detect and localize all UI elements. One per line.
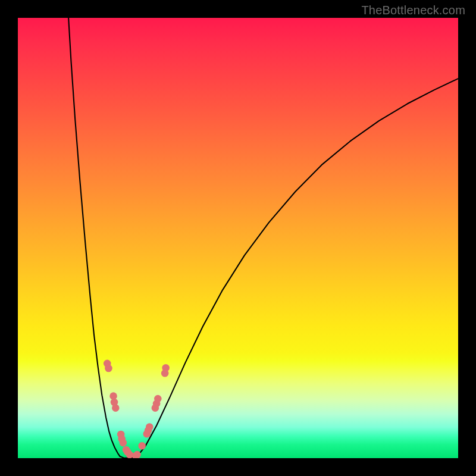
data-dot	[146, 423, 154, 431]
watermark-text: TheBottleneck.com	[361, 4, 465, 17]
data-dot	[112, 404, 120, 412]
data-dot	[154, 395, 162, 403]
plot-area	[18, 18, 458, 458]
data-dot	[138, 442, 146, 450]
data-dot	[105, 365, 112, 372]
data-dot	[133, 451, 141, 458]
curve-layer	[18, 18, 458, 458]
curve-right	[137, 79, 458, 456]
data-dot	[120, 439, 127, 447]
chart-frame: TheBottleneck.com	[0, 0, 476, 476]
data-dot	[162, 364, 170, 372]
curve-left	[68, 18, 120, 456]
